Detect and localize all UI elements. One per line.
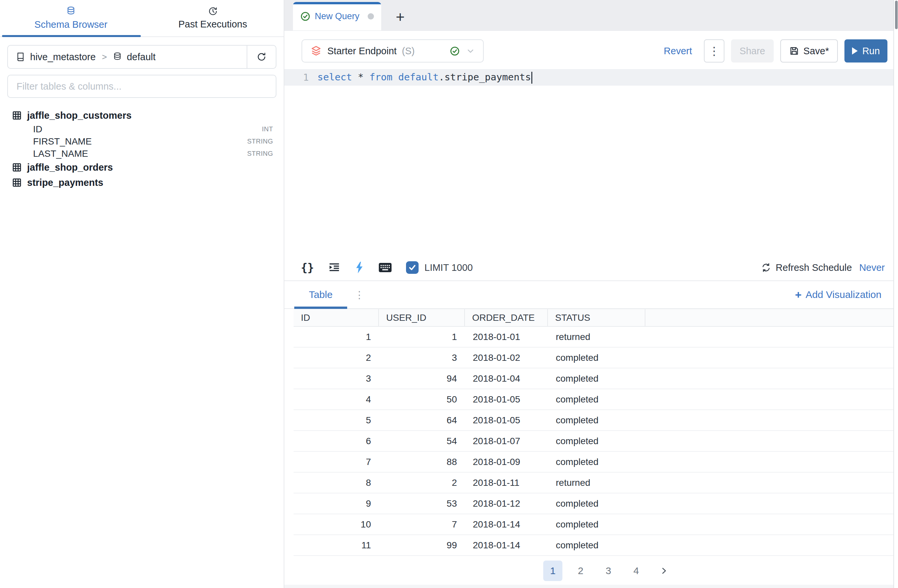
next-page-button[interactable] — [654, 560, 674, 581]
main-panel: New Query + Starter Endpoint (S) — [284, 0, 893, 588]
add-visualization-label: Add Visualization — [806, 289, 881, 300]
filter-input[interactable] — [7, 75, 277, 98]
refresh-schema-button[interactable] — [247, 46, 276, 68]
results-header: Table ⋮ + Add Visualization — [284, 281, 893, 309]
column-header-status[interactable]: STATUS — [548, 309, 646, 326]
column-type: INT — [262, 125, 273, 133]
save-icon — [789, 46, 799, 56]
page-button-2[interactable]: 2 — [571, 560, 590, 581]
kebab-icon: ⋮ — [709, 45, 720, 57]
page-scrollbar[interactable] — [893, 0, 898, 588]
refresh-schedule-value-link[interactable]: Never — [859, 262, 885, 273]
table-row: 10 7 2018-01-14 completed — [294, 514, 893, 535]
table-row: 3 94 2018-01-04 completed — [294, 368, 893, 389]
limit-label: LIMIT 1000 — [424, 262, 473, 273]
editor-active-line: 1 select * from default.stripe_payments — [284, 69, 893, 86]
scrollbar-thumb[interactable] — [895, 1, 898, 29]
database-icon — [66, 6, 75, 16]
line-number: 1 — [284, 72, 317, 83]
sidebar-table-stripe-payments[interactable]: stripe_payments — [7, 175, 277, 190]
keyboard-icon — [378, 262, 392, 273]
new-tab-button[interactable]: + — [396, 9, 405, 25]
page-button-1[interactable]: 1 — [543, 560, 563, 581]
sidebar-table-jaffle-shop-orders[interactable]: jaffle_shop_orders — [7, 160, 277, 175]
refresh-schedule-label: Refresh Schedule — [776, 262, 852, 273]
column-header-user-id[interactable]: USER_ID — [379, 309, 465, 326]
bottom-strip — [284, 585, 893, 588]
results-tab-table[interactable]: Table — [294, 281, 347, 308]
autocomplete-button[interactable]: {} — [301, 261, 314, 274]
play-icon — [852, 47, 858, 55]
endpoint-selector[interactable]: Starter Endpoint (S) — [301, 39, 484, 63]
more-menu-button[interactable]: ⋮ — [704, 39, 724, 63]
table-name: jaffle_shop_customers — [27, 110, 132, 121]
run-button[interactable]: Run — [844, 39, 887, 63]
query-success-icon — [300, 11, 311, 22]
sidebar-tab-label: Schema Browser — [34, 19, 108, 30]
table-row: 5 64 2018-01-05 completed — [294, 410, 893, 431]
revert-link[interactable]: Revert — [664, 46, 692, 57]
sidebar-tab-label: Past Executions — [178, 19, 247, 30]
table-icon — [12, 162, 22, 172]
column-type: STRING — [247, 150, 273, 157]
save-label: Save* — [803, 46, 829, 57]
format-query-button[interactable] — [328, 261, 341, 274]
column-header-filler — [646, 309, 893, 326]
table-row: 7 88 2018-01-09 completed — [294, 452, 893, 473]
refresh-schedule: Refresh Schedule Never — [761, 262, 885, 273]
endpoint-status — [450, 46, 475, 56]
column-name: ID — [33, 124, 42, 135]
keyboard-shortcuts-button[interactable] — [378, 262, 392, 273]
breadcrumb-schema[interactable]: default — [127, 52, 155, 63]
column-header-order-date[interactable]: ORDER_DATE — [465, 309, 548, 326]
column-header-id[interactable]: ID — [294, 309, 379, 326]
sql-editor[interactable]: 1 select * from default.stripe_payments — [284, 69, 893, 255]
sidebar-body: hive_metastore > default — [0, 37, 284, 198]
schema-tree: jaffle_shop_customers ID INT FIRST_NAME … — [7, 108, 277, 190]
page-button-3[interactable]: 3 — [599, 560, 618, 581]
refresh-icon — [257, 52, 266, 62]
endpoint-stack-icon — [310, 45, 322, 57]
table-row: 4 50 2018-01-05 completed — [294, 389, 893, 410]
table-name: stripe_payments — [27, 177, 103, 188]
braces-icon: {} — [301, 261, 314, 274]
active-tab-underline — [2, 35, 141, 37]
tab-schema-browser[interactable]: Schema Browser — [0, 0, 142, 36]
endpoint-name: Starter Endpoint — [328, 46, 397, 57]
chevron-down-icon — [466, 46, 475, 55]
limit-checkbox[interactable] — [406, 261, 418, 274]
page-button-4[interactable]: 4 — [627, 560, 646, 581]
run-label: Run — [862, 46, 880, 57]
table-icon — [12, 111, 22, 120]
breadcrumb-separator: > — [100, 52, 108, 62]
tab-new-query[interactable]: New Query — [293, 2, 381, 31]
tab-past-executions[interactable]: Past Executions — [142, 0, 284, 36]
sidebar-column-last-name[interactable]: LAST_NAME STRING — [7, 148, 277, 160]
table-row: 8 2 2018-01-11 returned — [294, 473, 893, 493]
column-name: FIRST_NAME — [33, 136, 92, 147]
speed-mode-button[interactable] — [354, 261, 364, 274]
table-row: 6 54 2018-01-07 completed — [294, 431, 893, 452]
unsaved-indicator — [368, 13, 374, 20]
sidebar-column-first-name[interactable]: FIRST_NAME STRING — [7, 135, 277, 148]
results-menu-button[interactable]: ⋮ — [354, 289, 364, 301]
sidebar-column-id[interactable]: ID INT — [7, 123, 277, 135]
sql-text: select * from default.stripe_payments — [317, 71, 532, 84]
column-type: STRING — [247, 138, 273, 145]
catalog-icon — [16, 52, 25, 62]
schema-breadcrumb: hive_metastore > default — [7, 45, 277, 69]
query-tabbar: New Query + — [284, 0, 893, 31]
table-row: 1 1 2018-01-01 returned — [294, 327, 893, 348]
breadcrumb-catalog[interactable]: hive_metastore — [30, 52, 95, 63]
sidebar-tabs: Schema Browser Past Executions — [0, 0, 284, 37]
endpoint-size: (S) — [402, 46, 415, 57]
chevron-right-icon — [659, 566, 669, 576]
save-button[interactable]: Save* — [780, 39, 838, 63]
clock-icon — [208, 7, 218, 16]
sidebar-table-jaffle-shop-customers[interactable]: jaffle_shop_customers — [7, 108, 277, 123]
pagination: 1 2 3 4 — [309, 560, 898, 581]
share-button[interactable]: Share — [731, 39, 774, 63]
sidebar: Schema Browser Past Executions — [0, 0, 284, 588]
table-row: 2 3 2018-01-02 completed — [294, 348, 893, 368]
add-visualization-button[interactable]: + Add Visualization — [795, 288, 881, 301]
